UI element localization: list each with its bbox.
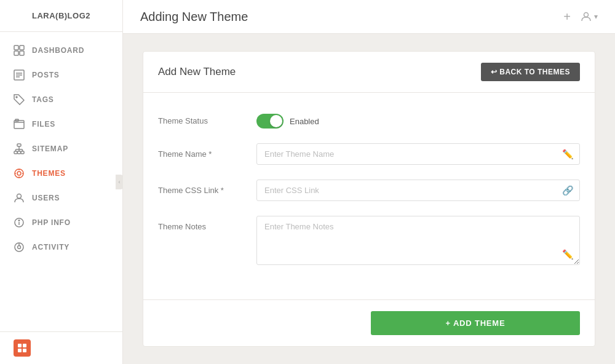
main-content: Adding New Theme + ▾ Add New Theme ↩ BAC… [123,0,615,364]
card-header: Add New Theme ↩ BACK TO THEMES [143,52,595,93]
topbar: Adding New Theme + ▾ [123,0,615,34]
sitemap-label: SITEMAP [32,144,68,153]
posts-label: POSTS [32,71,60,79]
activity-label: ACTIVITY [32,243,69,251]
themes-icon [14,168,25,179]
svg-point-21 [17,172,21,175]
theme-notes-textarea[interactable] [256,216,580,265]
back-to-themes-button[interactable]: ↩ BACK TO THEMES [481,63,580,81]
card-title: Add New Theme [158,66,236,78]
activity-icon [14,242,25,253]
form-body: Theme Status Enabled Theme Name * [143,93,595,299]
theme-name-input[interactable] [256,143,580,165]
sidebar-item-phpinfo[interactable]: PHP INFO [0,210,122,235]
dashboard-label: DASHBOARD [32,46,84,55]
svg-rect-33 [18,344,22,347]
add-theme-button[interactable]: + ADD THEME [371,311,580,335]
theme-css-input[interactable] [256,180,580,201]
svg-rect-35 [18,349,22,352]
theme-status-toggle[interactable] [256,114,284,129]
theme-notes-row: Theme Notes ✏️ [158,216,580,267]
add-theme-card: Add New Theme ↩ BACK TO THEMES Theme Sta… [143,51,595,347]
tags-icon [14,94,25,105]
svg-rect-2 [14,51,18,55]
svg-point-8 [16,97,17,98]
dashboard-icon [14,45,25,56]
theme-css-row: Theme CSS Link * 🔗 [158,180,580,201]
svg-point-20 [15,169,23,178]
phpinfo-label: PHP INFO [32,218,71,227]
sidebar-logo: LARA(B)LOG2 [0,0,122,32]
svg-rect-34 [23,344,26,347]
svg-rect-1 [20,46,24,50]
files-label: FILES [32,120,55,129]
theme-css-label: Theme CSS Link * [158,180,256,195]
files-icon [14,119,25,130]
svg-rect-9 [14,121,24,129]
posts-icon [14,69,25,81]
link-icon: 🔗 [562,185,574,196]
svg-rect-3 [20,51,24,55]
add-icon[interactable]: + [563,10,571,24]
svg-rect-36 [23,349,26,352]
svg-point-29 [18,220,20,221]
theme-notes-control: ✏️ [256,216,580,267]
sidebar: LARA(B)LOG2 DASHBOARD [0,0,123,364]
sidebar-item-users[interactable]: USERS [0,186,122,210]
topbar-actions: + ▾ [563,10,598,24]
toggle-knob [270,115,282,127]
sidebar-collapse-btn[interactable]: ‹ [116,175,123,189]
users-label: USERS [32,194,60,202]
svg-point-31 [18,246,21,249]
sidebar-item-posts[interactable]: POSTS [0,63,122,87]
edit-notes-icon: ✏️ [562,249,574,260]
theme-name-label: Theme Name * [158,143,256,159]
themes-label: THEMES [32,169,66,178]
svg-rect-12 [14,151,17,154]
chevron-down-icon: ▾ [594,12,598,21]
theme-status-label: Theme Status [158,110,256,125]
edit-icon: ✏️ [562,149,574,160]
svg-rect-13 [18,151,21,154]
sitemap-icon [14,143,25,154]
sidebar-nav: DASHBOARD POSTS TAGS [0,32,122,331]
sidebar-item-dashboard[interactable]: DASHBOARD [0,38,122,63]
card-footer: + ADD THEME [143,299,595,346]
theme-css-control: 🔗 [256,180,580,201]
theme-status-value: Enabled [290,117,319,126]
theme-status-row: Theme Status Enabled [158,110,580,129]
svg-rect-14 [21,151,24,154]
toggle-wrap: Enabled [256,110,580,129]
sidebar-item-tags[interactable]: TAGS [0,87,122,112]
sidebar-item-files[interactable]: FILES [0,112,122,136]
phpinfo-icon [14,217,25,228]
svg-point-37 [584,13,589,17]
svg-point-26 [17,194,22,199]
theme-notes-label: Theme Notes [158,216,256,231]
theme-status-control: Enabled [256,110,580,129]
sidebar-item-themes[interactable]: THEMES [0,161,122,186]
sidebar-item-activity[interactable]: ACTIVITY [0,235,122,259]
svg-rect-0 [14,46,18,50]
svg-rect-11 [17,144,21,146]
theme-name-row: Theme Name * ✏️ [158,143,580,165]
sidebar-item-sitemap[interactable]: SITEMAP [0,136,122,161]
user-menu[interactable]: ▾ [581,11,598,22]
sidebar-bottom [0,331,122,364]
users-icon [14,192,25,204]
content-area: Add New Theme ↩ BACK TO THEMES Theme Sta… [123,34,615,364]
tags-label: TAGS [32,95,54,104]
theme-name-control: ✏️ [256,143,580,165]
page-title: Adding New Theme [140,10,248,24]
bottom-icon [14,339,31,357]
